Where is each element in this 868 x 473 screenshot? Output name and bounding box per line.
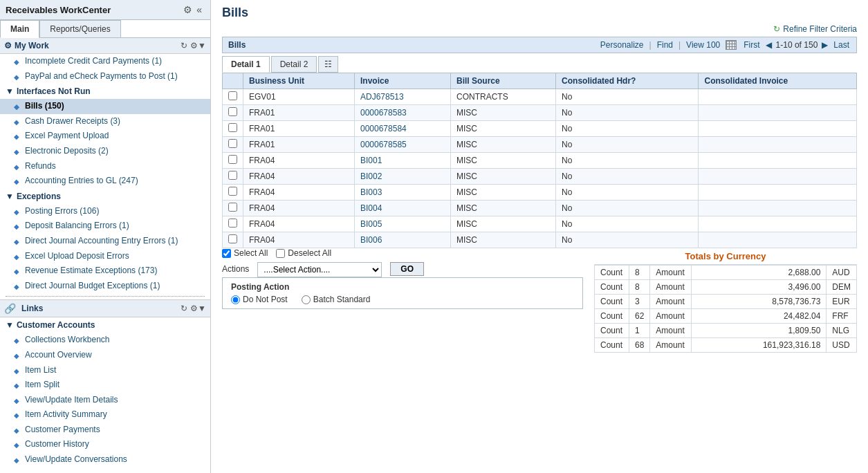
nav-item-deposit-balancing[interactable]: ◆ Deposit Balancing Errors (1) — [0, 219, 210, 234]
nav-item-bills[interactable]: ◆ Bills (150) — [0, 99, 210, 114]
nav-item-revenue-estimate[interactable]: ◆ Revenue Estimate Exceptions (173) — [0, 263, 210, 279]
nav-item-cash-drawer[interactable]: ◆ Cash Drawer Receipts (3) — [0, 114, 210, 129]
row-checkbox[interactable] — [228, 107, 237, 116]
cell-invoice[interactable]: BI006 — [355, 232, 451, 248]
next-button[interactable]: ▶ — [820, 40, 829, 50]
cell-invoice[interactable]: 0000678585 — [355, 137, 451, 153]
row-checkbox[interactable] — [228, 203, 237, 212]
row-checkbox-cell[interactable] — [223, 232, 243, 248]
nav-item-excel-payment[interactable]: ◆ Excel Payment Upload — [0, 129, 210, 144]
row-checkbox[interactable] — [228, 139, 237, 148]
nav-item-account-overview[interactable]: ◆ Account Overview — [0, 348, 210, 363]
cell-invoice[interactable]: BI004 — [355, 201, 451, 216]
tab-detail1[interactable]: Detail 1 — [222, 56, 270, 73]
nav-item-electronic-deposits[interactable]: ◆ Electronic Deposits (2) — [0, 144, 210, 159]
row-checkbox-cell[interactable] — [223, 105, 243, 121]
select-all-button[interactable]: Select All — [222, 248, 268, 258]
tab-reports-queries[interactable]: Reports/Queries — [39, 20, 120, 37]
nav-item-posting-errors[interactable]: ◆ Posting Errors (106) — [0, 204, 210, 219]
nav-item-customer-payments[interactable]: ◆ Customer Payments — [0, 423, 210, 438]
row-checkbox[interactable] — [228, 234, 237, 243]
bullet-icon: ◆ — [14, 57, 22, 66]
refine-filter-link[interactable]: ↻ Refine Filter Criteria — [773, 24, 857, 34]
last-button[interactable]: Last — [832, 40, 851, 50]
exceptions-group-header[interactable]: ▼ Exceptions — [0, 189, 210, 204]
gear-icon[interactable]: ⚙ — [183, 4, 192, 15]
bullet-icon: ◆ — [14, 282, 22, 291]
nav-item-refunds[interactable]: ◆ Refunds — [0, 159, 210, 174]
refresh-icon[interactable]: ↻ — [181, 304, 187, 313]
prev-button[interactable]: ◀ — [764, 40, 773, 50]
row-checkbox[interactable] — [228, 171, 237, 180]
totals-count-val: 8 — [629, 266, 650, 280]
cell-cons-inv — [699, 232, 857, 248]
settings-icon[interactable]: ⚙▼ — [190, 41, 206, 50]
arrow-down-icon: ▼ — [6, 192, 14, 201]
nav-item-accounting-entries[interactable]: ◆ Accounting Entries to GL (247) — [0, 174, 210, 189]
cell-invoice[interactable]: BI001 — [355, 153, 451, 169]
tab-grid-icon[interactable]: ☷ — [318, 56, 338, 73]
cell-invoice[interactable]: BI005 — [355, 216, 451, 232]
totals-count-val: 8 — [629, 280, 650, 295]
radio-do-not-post[interactable]: Do Not Post — [231, 295, 288, 304]
go-button[interactable]: GO — [390, 262, 424, 276]
nav-item-direct-journal-errors[interactable]: ◆ Direct Journal Accounting Entry Errors… — [0, 234, 210, 249]
row-checkbox-cell[interactable] — [223, 153, 243, 169]
grid-view-icon[interactable] — [726, 40, 737, 50]
actions-select[interactable]: ....Select Action.... — [257, 262, 382, 277]
row-checkbox-cell[interactable] — [223, 216, 243, 232]
interfaces-group-header[interactable]: ▼ Interfaces Not Run — [0, 84, 210, 99]
nav-item-direct-journal-budget[interactable]: ◆ Direct Journal Budget Exceptions (1) — [0, 279, 210, 294]
row-checkbox[interactable] — [228, 123, 237, 132]
first-button[interactable]: First — [742, 40, 761, 50]
nav-item-view-update-item[interactable]: ◆ View/Update Item Details — [0, 393, 210, 408]
row-checkbox-cell[interactable] — [223, 201, 243, 216]
settings-icon[interactable]: ⚙▼ — [190, 304, 206, 313]
deselect-all-button[interactable]: Deselect All — [276, 248, 331, 258]
nav-item-paypal[interactable]: ◆ PayPal and eCheck Payments to Post (1) — [0, 69, 210, 84]
cell-invoice[interactable]: BI003 — [355, 185, 451, 201]
bullet-icon: ◆ — [14, 73, 22, 82]
nav-item-excel-upload-errors[interactable]: ◆ Excel Upload Deposit Errors — [0, 249, 210, 264]
table-row: FRA01 0000678583 MISC No — [223, 105, 857, 121]
personalize-link[interactable]: Personalize — [600, 40, 644, 50]
nav-item-collections-workbench[interactable]: ◆ Collections Workbench — [0, 333, 210, 348]
tab-main[interactable]: Main — [0, 20, 39, 38]
tab-detail2[interactable]: Detail 2 — [271, 56, 317, 73]
cell-bu: FRA01 — [243, 121, 355, 137]
radio-do-not-post-input[interactable] — [231, 295, 240, 304]
find-link[interactable]: Find — [657, 40, 673, 50]
cell-invoice[interactable]: 0000678583 — [355, 105, 451, 121]
row-checkbox-cell[interactable] — [223, 169, 243, 185]
radio-batch-standard-input[interactable] — [302, 295, 311, 304]
row-checkbox[interactable] — [228, 155, 237, 164]
bills-label: Bills — [228, 40, 246, 50]
row-checkbox[interactable] — [228, 91, 237, 100]
totals-count-label: Count — [595, 324, 629, 338]
row-checkbox-cell[interactable] — [223, 185, 243, 201]
row-checkbox-cell[interactable] — [223, 89, 243, 105]
cell-bill-source: MISC — [450, 185, 555, 201]
bullet-icon: ◆ — [14, 102, 22, 111]
view100-link[interactable]: View 100 — [686, 40, 720, 50]
row-checkbox[interactable] — [228, 187, 237, 196]
nav-item-item-list[interactable]: ◆ Item List — [0, 363, 210, 378]
nav-item-item-activity[interactable]: ◆ Item Activity Summary — [0, 407, 210, 423]
cell-invoice[interactable]: BI002 — [355, 169, 451, 185]
radio-batch-standard[interactable]: Batch Standard — [302, 295, 371, 304]
refresh-icon[interactable]: ↻ — [181, 41, 187, 50]
customer-accounts-header[interactable]: ▼ Customer Accounts — [0, 317, 210, 333]
cell-invoice[interactable]: 0000678584 — [355, 121, 451, 137]
cell-invoice[interactable]: ADJ678513 — [355, 89, 451, 105]
row-checkbox[interactable] — [228, 219, 237, 228]
nav-item-incomplete-cc[interactable]: ◆ Incomplete Credit Card Payments (1) — [0, 54, 210, 69]
nav-item-view-update-conversations[interactable]: ◆ View/Update Conversations — [0, 452, 210, 467]
my-work-icons: ↻ ⚙▼ — [181, 41, 206, 50]
nav-item-item-split[interactable]: ◆ Item Split — [0, 378, 210, 393]
row-checkbox-cell[interactable] — [223, 121, 243, 137]
select-all-checkbox[interactable] — [222, 249, 231, 258]
nav-item-customer-history[interactable]: ◆ Customer History — [0, 437, 210, 452]
collapse-icon[interactable]: « — [196, 4, 205, 15]
row-checkbox-cell[interactable] — [223, 137, 243, 153]
deselect-all-checkbox[interactable] — [276, 249, 285, 258]
